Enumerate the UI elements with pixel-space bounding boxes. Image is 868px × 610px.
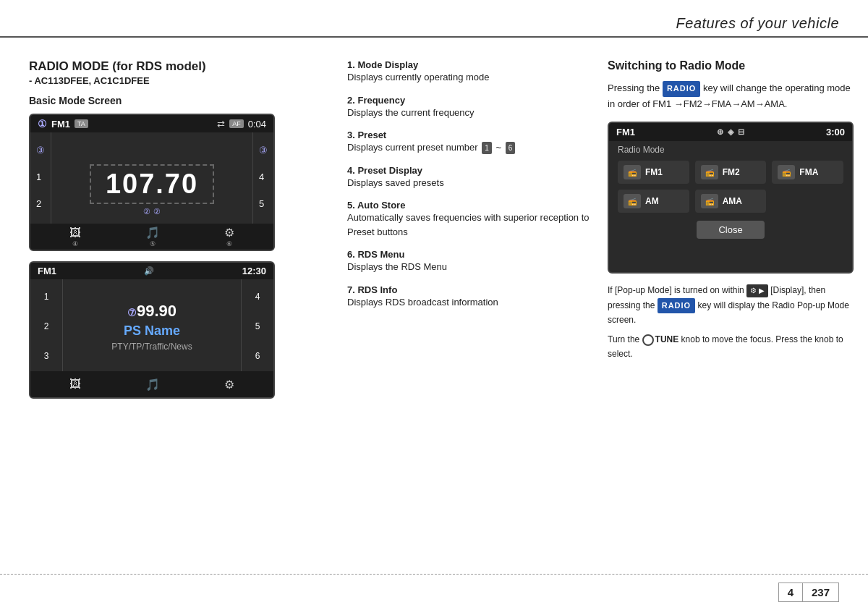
feature-3-desc: Displays current preset number 1 ~ 6 xyxy=(347,140,593,155)
screen2-header: FM1 🔊 12:30 xyxy=(30,263,273,279)
rp-label-fm1: FM1 xyxy=(645,167,663,177)
bottom-icon-6: ⚙ ⑥ xyxy=(224,226,234,247)
screen2-time: 12:30 xyxy=(242,266,266,276)
screen2-bottom-icon-6: ⚙ xyxy=(224,378,234,391)
rp-close-row: Close xyxy=(609,221,852,239)
rp-item-fm2[interactable]: 📻 FM2 xyxy=(695,161,767,184)
feature-4: 4. Preset Display Displays saved presets xyxy=(347,165,593,190)
rp-item-am[interactable]: 📻 AM xyxy=(618,190,689,213)
freq-display: 107.70 xyxy=(90,164,214,204)
screen1-label-circle: ① xyxy=(38,118,47,130)
screen2-bottom-bar: 🖼 🎵 ⚙ xyxy=(30,371,273,397)
screen2-right: 4 5 6 xyxy=(241,279,273,373)
num4: 4 xyxy=(259,171,268,182)
num2: 2 xyxy=(36,198,45,209)
feature-1: 1. Mode Display Displays currently opera… xyxy=(347,59,593,85)
screen2-ps: PS Name xyxy=(124,323,180,339)
feature-7-title: 7. RDS Info xyxy=(347,284,593,295)
page-number-box: 4 237 xyxy=(778,583,839,602)
feature-1-desc: Displays currently operating mode xyxy=(347,70,593,85)
gear-inline: ⚙ ▶ xyxy=(746,284,768,297)
rp-icon-fma: 📻 xyxy=(778,165,795,179)
rp-label-am: AM xyxy=(645,196,659,206)
feature-5-title: 5. Auto Store xyxy=(347,200,593,211)
feature-3: 3. Preset Displays current preset number… xyxy=(347,130,593,155)
screen2-bottom-icon-4: 🖼 xyxy=(69,378,81,391)
feature-6-desc: Displays the RDS Menu xyxy=(347,260,593,274)
feature-2-desc: Displays the current frequency xyxy=(347,106,593,120)
feature-2-title: 2. Frequency xyxy=(347,95,593,106)
feature-5-desc: Automatically saves frequencies with sup… xyxy=(347,211,593,239)
screen1-bottom-bar: 🖼 ④ 🎵 ⑤ ⚙ ⑥ xyxy=(30,224,273,250)
rp-grid: 📻 FM1 📻 FM2 📻 FMA 📻 AM 📻 AMA xyxy=(609,157,852,216)
badge-6: 6 xyxy=(506,142,516,154)
page-footer: 4 237 xyxy=(0,574,868,610)
rp-item-fma[interactable]: 📻 FMA xyxy=(772,161,843,184)
screen2-center: ⑦99.90 PS Name PTY/TP/Traffic/News xyxy=(63,279,241,373)
radio-popup-screen: FM1 ⊕ ◈ ⊟ 3:00 Radio Mode 📻 FM1 📻 FM2 xyxy=(608,122,854,274)
screen2-body: 1 2 3 ⑦99.90 PS Name PTY/TP/Traffic/News… xyxy=(30,279,273,373)
radio-badge-inline: RADIO xyxy=(663,81,700,97)
left-column: RADIO MODE (for RDS model) - AC113DFEE, … xyxy=(29,59,333,559)
rp-item-fm1[interactable]: 📻 FM1 xyxy=(618,161,689,184)
feature-6-title: 6. RDS Menu xyxy=(347,249,593,260)
close-button[interactable]: Close xyxy=(697,221,764,239)
screen1-fm1: FM1 xyxy=(51,119,70,130)
note-line-1: If [Pop-up Mode] is turned on within ⚙ ▶… xyxy=(608,284,854,327)
rp-header: FM1 ⊕ ◈ ⊟ 3:00 xyxy=(609,123,852,141)
circle-3b: ③ xyxy=(259,145,268,156)
feature-4-title: 4. Preset Display xyxy=(347,165,593,176)
feature-7-desc: Displays RDS broadcast information xyxy=(347,295,593,310)
middle-column: 1. Mode Display Displays currently opera… xyxy=(347,59,593,559)
screen2-pty: PTY/TP/Traffic/News xyxy=(111,342,192,352)
feature-7: 7. RDS Info Displays RDS broadcast infor… xyxy=(347,284,593,310)
screen2-left: 1 2 3 xyxy=(30,279,63,373)
rp-icon-am: 📻 xyxy=(624,194,641,208)
note-line-2: Turn the TUNE knob to move the focus. Pr… xyxy=(608,333,854,360)
rp-time: 3:00 xyxy=(826,127,845,137)
feature-5: 5. Auto Store Automatically saves freque… xyxy=(347,200,593,239)
subsection-label: Basic Mode Screen xyxy=(29,95,333,106)
circle-3a: ③ xyxy=(36,145,45,156)
rp-subtitle: Radio Mode xyxy=(609,141,852,157)
screen1-time: 0:04 xyxy=(248,119,266,130)
chapter-number: 4 xyxy=(779,583,803,601)
switch-text1: Pressing the xyxy=(608,82,660,93)
rp-icon-ama: 📻 xyxy=(701,194,718,208)
af-badge: AF xyxy=(229,119,244,128)
screen2-fm1: FM1 xyxy=(38,266,56,276)
section-subtitle: - AC113DFEE, AC1C1DFEE xyxy=(29,75,333,86)
feature-3-title: 3. Preset xyxy=(347,130,593,140)
page-header: Features of your vehicle xyxy=(0,0,868,38)
num5: 5 xyxy=(259,198,268,209)
main-content: RADIO MODE (for RDS model) - AC113DFEE, … xyxy=(0,38,868,574)
header-title: Features of your vehicle xyxy=(676,15,839,32)
right-column: Switching to Radio Mode Pressing the RAD… xyxy=(608,59,854,559)
car-screen-2: FM1 🔊 12:30 1 2 3 ⑦99.90 PS Name PTY/ xyxy=(29,261,275,399)
rp-icon-fm2: 📻 xyxy=(701,165,718,179)
rp-label-fma: FMA xyxy=(799,167,818,177)
rp-icon-fm1: 📻 xyxy=(624,165,641,179)
num1: 1 xyxy=(36,171,45,182)
radio-badge-note: RADIO xyxy=(658,298,695,314)
rp-fm1: FM1 xyxy=(616,127,635,137)
screen1-header: ① FM1 TA ⇄ AF 0:04 xyxy=(30,115,273,132)
feature-4-desc: Displays saved presets xyxy=(347,176,593,190)
switch-title: Switching to Radio Mode xyxy=(608,59,854,72)
rp-label-fm2: FM2 xyxy=(723,167,740,177)
notes: If [Pop-up Mode] is turned on within ⚙ ▶… xyxy=(608,284,854,360)
feature-2: 2. Frequency Displays the current freque… xyxy=(347,95,593,120)
screen2-freq: ⑦99.90 xyxy=(127,302,176,321)
bottom-icon-5: 🎵 ⑤ xyxy=(145,226,160,247)
car-screen-1: ① FM1 TA ⇄ AF 0:04 ③ 1 2 3 107. xyxy=(29,114,275,251)
ta-badge: TA xyxy=(75,119,88,128)
bottom-icon-4: 🖼 ④ xyxy=(69,226,81,247)
page-number: 237 xyxy=(803,583,838,601)
badge-1: 1 xyxy=(482,142,492,154)
feature-1-title: 1. Mode Display xyxy=(347,59,593,70)
rp-item-ama[interactable]: 📻 AMA xyxy=(695,190,767,213)
rp-label-ama: AMA xyxy=(723,196,742,206)
feature-6: 6. RDS Menu Displays the RDS Menu xyxy=(347,249,593,274)
section-title: RADIO MODE (for RDS model) xyxy=(29,59,333,74)
tune-circle-icon xyxy=(642,334,654,346)
